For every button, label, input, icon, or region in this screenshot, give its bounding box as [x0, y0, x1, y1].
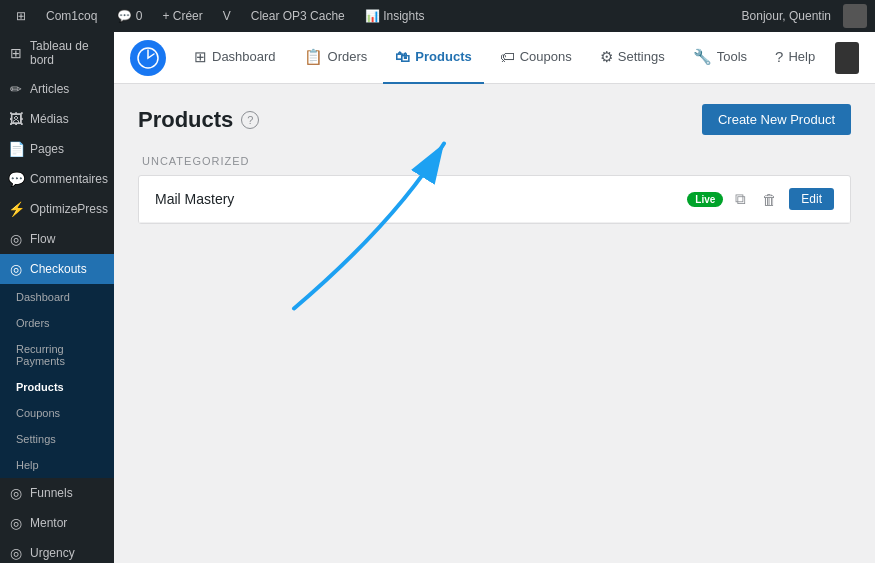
- nav-tab-label: Settings: [618, 49, 665, 64]
- checkouts-icon: ◎: [8, 261, 24, 277]
- sidebar-item-label: Articles: [30, 82, 69, 96]
- admin-bar-v[interactable]: V: [215, 0, 239, 32]
- submenu-item-coupons[interactable]: Coupons: [0, 400, 114, 426]
- duplicate-icon[interactable]: ⧉: [731, 188, 750, 210]
- nav-tab-settings[interactable]: ⚙ Settings: [588, 32, 677, 84]
- submenu-settings-label: Settings: [16, 433, 56, 445]
- submenu-item-products[interactable]: Products: [0, 374, 114, 400]
- admin-bar-site[interactable]: Com1coq: [38, 0, 105, 32]
- funnels-icon: ◎: [8, 485, 24, 501]
- admin-bar-wp-icon[interactable]: ⊞: [8, 0, 34, 32]
- submenu-products-label: Products: [16, 381, 64, 393]
- page-content: Products ? Create New Product UNCATEGORI…: [114, 84, 875, 563]
- submenu-item-recurring-payments[interactable]: Recurring Payments: [0, 336, 114, 374]
- plugin-nav: ⊞ Dashboard 📋 Orders 🛍 Products 🏷 Coupon…: [114, 32, 875, 84]
- trash-icon[interactable]: 🗑: [758, 189, 781, 210]
- nav-tab-label: Help: [788, 49, 815, 64]
- sidebar-item-label: Mentor: [30, 516, 67, 530]
- submenu-item-orders[interactable]: Orders: [0, 310, 114, 336]
- admin-bar-clear-cache[interactable]: Clear OP3 Cache: [243, 0, 353, 32]
- flow-icon: ◎: [8, 231, 24, 247]
- table-row: Mail Mastery Live ⧉ 🗑 Edit: [139, 176, 850, 223]
- sidebar-item-funnels[interactable]: ◎ Funnels: [0, 478, 114, 508]
- user-avatar[interactable]: [835, 42, 859, 74]
- pages-icon: 📄: [8, 141, 24, 157]
- page-title-row: Products ?: [138, 107, 259, 133]
- plugin-logo: [130, 40, 166, 76]
- page-header: Products ? Create New Product: [138, 104, 851, 135]
- nav-tab-tools[interactable]: 🔧 Tools: [681, 32, 759, 84]
- optimizepress-icon: ⚡: [8, 201, 24, 217]
- nav-tab-dashboard[interactable]: ⊞ Dashboard: [182, 32, 288, 84]
- sidebar-item-label: OptimizePress: [30, 202, 108, 216]
- nav-tab-help[interactable]: ? Help: [763, 32, 827, 84]
- tools-tab-icon: 🔧: [693, 48, 712, 66]
- mentor-icon: ◎: [8, 515, 24, 531]
- sidebar-item-commentaires[interactable]: 💬 Commentaires: [0, 164, 114, 194]
- nav-tab-products[interactable]: 🛍 Products: [383, 32, 483, 84]
- sidebar-item-pages[interactable]: 📄 Pages: [0, 134, 114, 164]
- submenu-coupons-label: Coupons: [16, 407, 60, 419]
- sidebar-item-checkouts[interactable]: ◎ Checkouts: [0, 254, 114, 284]
- wp-layout: ⊞ Tableau de bord ✏ Articles 🖼 Médias 📄 …: [0, 32, 875, 563]
- section-label: UNCATEGORIZED: [138, 155, 851, 167]
- sidebar-item-label: Urgency: [30, 546, 75, 560]
- settings-tab-icon: ⚙: [600, 48, 613, 66]
- submenu-item-settings[interactable]: Settings: [0, 426, 114, 452]
- sidebar-item-mentor[interactable]: ◎ Mentor: [0, 508, 114, 538]
- page-title: Products: [138, 107, 233, 133]
- submenu-dashboard-label: Dashboard: [16, 291, 70, 303]
- nav-tab-coupons[interactable]: 🏷 Coupons: [488, 32, 584, 84]
- admin-bar-comments[interactable]: 💬 0: [109, 0, 150, 32]
- sidebar-item-articles[interactable]: ✏ Articles: [0, 74, 114, 104]
- nav-tab-label: Coupons: [520, 49, 572, 64]
- status-badge: Live: [687, 192, 723, 207]
- dashboard-icon: ⊞: [8, 45, 24, 61]
- commentaires-icon: 💬: [8, 171, 24, 187]
- main-content: ⊞ Dashboard 📋 Orders 🛍 Products 🏷 Coupon…: [114, 32, 875, 563]
- submenu-recurring-label: Recurring Payments: [16, 343, 106, 367]
- submenu-item-help[interactable]: Help: [0, 452, 114, 478]
- sidebar: ⊞ Tableau de bord ✏ Articles 🖼 Médias 📄 …: [0, 32, 114, 563]
- sidebar-item-label: Flow: [30, 232, 55, 246]
- sidebar-item-label: Checkouts: [30, 262, 87, 276]
- urgency-icon: ◎: [8, 545, 24, 561]
- medias-icon: 🖼: [8, 111, 24, 127]
- sidebar-item-flow[interactable]: ◎ Flow: [0, 224, 114, 254]
- admin-bar-new[interactable]: + Créer: [154, 0, 210, 32]
- sidebar-item-label: Pages: [30, 142, 64, 156]
- admin-bar-avatar[interactable]: [843, 4, 867, 28]
- submenu-help-label: Help: [16, 459, 39, 471]
- nav-tab-label: Orders: [328, 49, 368, 64]
- submenu-item-dashboard[interactable]: Dashboard: [0, 284, 114, 310]
- help-tab-icon: ?: [775, 48, 783, 65]
- admin-bar-user: Bonjour, Quentin: [734, 9, 839, 23]
- sidebar-item-label: Funnels: [30, 486, 73, 500]
- submenu-orders-label: Orders: [16, 317, 50, 329]
- admin-bar: ⊞ Com1coq 💬 0 + Créer V Clear OP3 Cache …: [0, 0, 875, 32]
- coupons-tab-icon: 🏷: [500, 48, 515, 65]
- nav-tab-label: Dashboard: [212, 49, 276, 64]
- articles-icon: ✏: [8, 81, 24, 97]
- sidebar-item-urgency[interactable]: ◎ Urgency: [0, 538, 114, 563]
- admin-bar-insights[interactable]: 📊 Insights: [357, 0, 433, 32]
- products-tab-icon: 🛍: [395, 48, 410, 65]
- help-tooltip-icon[interactable]: ?: [241, 111, 259, 129]
- edit-button[interactable]: Edit: [789, 188, 834, 210]
- orders-tab-icon: 📋: [304, 48, 323, 66]
- checkouts-submenu: Dashboard Orders Recurring Payments Prod…: [0, 284, 114, 478]
- dashboard-tab-icon: ⊞: [194, 48, 207, 66]
- sidebar-item-optimizepress[interactable]: ⚡ OptimizePress: [0, 194, 114, 224]
- sidebar-item-label: Médias: [30, 112, 69, 126]
- product-actions: Live ⧉ 🗑 Edit: [687, 188, 834, 210]
- create-new-product-button[interactable]: Create New Product: [702, 104, 851, 135]
- nav-tab-label: Tools: [717, 49, 747, 64]
- nav-tab-label: Products: [415, 49, 471, 64]
- sidebar-item-medias[interactable]: 🖼 Médias: [0, 104, 114, 134]
- nav-tab-orders[interactable]: 📋 Orders: [292, 32, 380, 84]
- sidebar-item-label: Commentaires: [30, 172, 108, 186]
- sidebar-item-label: Tableau de bord: [30, 39, 106, 67]
- sidebar-item-tableau-de-bord[interactable]: ⊞ Tableau de bord: [0, 32, 114, 74]
- product-name: Mail Mastery: [155, 191, 687, 207]
- product-card: Mail Mastery Live ⧉ 🗑 Edit: [138, 175, 851, 224]
